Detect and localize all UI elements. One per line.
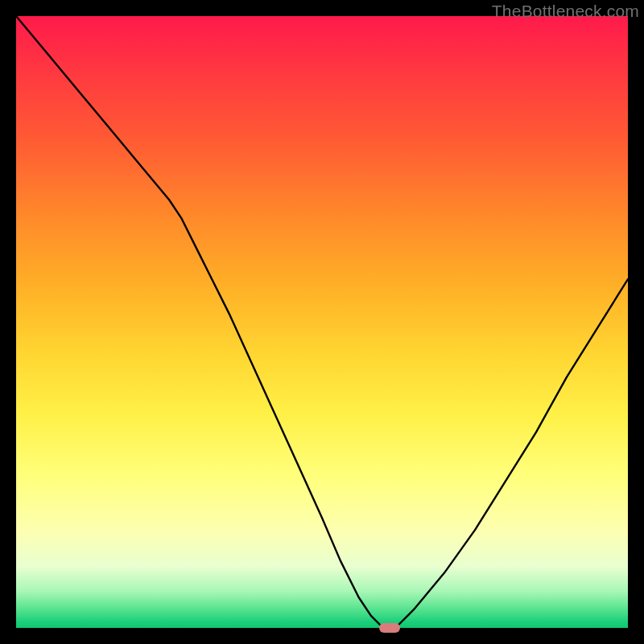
chart-frame: TheBottleneck.com	[0, 0, 644, 644]
optimal-point-marker	[379, 623, 400, 633]
curve-path	[16, 16, 628, 628]
watermark-text: TheBottleneck.com	[492, 2, 639, 21]
bottleneck-curve	[16, 16, 628, 628]
plot-area	[16, 16, 628, 628]
